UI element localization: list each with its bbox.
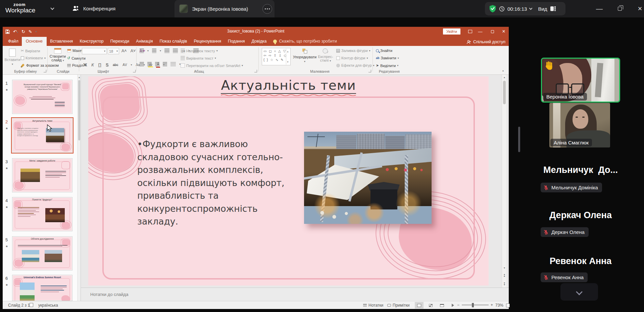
drawing-dialog-launcher[interactable]: [368, 70, 371, 72]
workspace-chevron-icon[interactable]: [50, 6, 54, 10]
reset-button[interactable]: ↺Скинути: [67, 56, 86, 60]
copy-button[interactable]: Копіювати▾: [21, 56, 46, 60]
paste-button[interactable]: Вставити▾: [5, 49, 19, 66]
scroll-down-icon[interactable]: ▾: [502, 265, 507, 270]
ribbon-display-options-button[interactable]: [465, 27, 475, 36]
align-center-button[interactable]: [147, 62, 152, 66]
participant-label-3[interactable]: Ревенок Анна: [541, 272, 588, 282]
bold-button[interactable]: Ж: [83, 63, 88, 67]
shape-fill-button[interactable]: Заливка фігури▾: [336, 49, 370, 53]
justify-button[interactable]: [163, 62, 167, 66]
zoom-out-button[interactable]: −: [457, 303, 459, 307]
add-remove-columns-button[interactable]: [170, 62, 176, 66]
font-size-select[interactable]: 18▾: [108, 48, 119, 54]
ppt-close-button[interactable]: ×: [499, 27, 509, 36]
tell-me-search[interactable]: Скажіть, що потрібно зробити: [270, 37, 340, 46]
sign-in-button[interactable]: Увійти: [443, 28, 460, 35]
more-participants-button[interactable]: [560, 283, 598, 301]
reading-view-button[interactable]: [438, 302, 446, 309]
thumbnail-slide-2[interactable]: Актуальність теми •Фудкорти є важливою с…: [12, 118, 72, 152]
find-button[interactable]: Знайти: [376, 49, 392, 53]
thumbnail-scrollbar[interactable]: ▴: [77, 75, 81, 301]
language-indicator[interactable]: українська: [38, 303, 58, 308]
tab-home[interactable]: Основне: [22, 37, 47, 46]
replace-button[interactable]: abЗамінити▾: [376, 56, 399, 60]
numbering-button[interactable]: [152, 49, 156, 53]
tab-insert[interactable]: Вставлення: [47, 37, 76, 46]
tab-view[interactable]: Подання: [225, 37, 248, 46]
text-direction-button[interactable]: Напрямок тексту▾: [181, 49, 218, 53]
format-painter-button[interactable]: Формат за зразком: [21, 63, 59, 67]
italic-button[interactable]: К: [91, 63, 94, 67]
zoom-slider-thumb[interactable]: [472, 303, 474, 307]
tab-shared-screen[interactable]: Экран (Вероніка Іовова): [175, 0, 275, 17]
quick-styles-button[interactable]: Експрес-стилі ▾: [317, 48, 334, 63]
slide-scrollbar-thumb[interactable]: [503, 81, 506, 104]
arrange-button[interactable]: Упорядкувати ▾: [293, 48, 316, 63]
comments-toggle[interactable]: Примітки: [387, 303, 409, 308]
slide-canvas[interactable]: Актуальність теми •Фудкорти є важливою с…: [88, 76, 489, 286]
align-right-button[interactable]: [155, 62, 159, 66]
tab-slideshow[interactable]: Показ слайдів: [156, 37, 191, 46]
thumbnail-slide-4[interactable]: Поняття "фудкорт": [12, 197, 72, 231]
tab-transitions[interactable]: Переходи: [107, 37, 133, 46]
zoom-minimize-button[interactable]: —: [592, 0, 607, 17]
video-tile-veronika[interactable]: Вероніка Іовова: [541, 58, 620, 103]
thumbnail-slide-3[interactable]: Мета і завдання роботи: [12, 158, 72, 192]
tab-help[interactable]: Довідка: [248, 37, 270, 46]
slideshow-button[interactable]: [448, 302, 457, 309]
security-shield-icon[interactable]: [489, 5, 496, 13]
timer-chevron-icon[interactable]: [529, 7, 533, 10]
zoom-restore-button[interactable]: [612, 0, 628, 17]
ppt-restore-button[interactable]: [487, 27, 497, 36]
zoom-percentage[interactable]: 73%: [495, 303, 503, 308]
convert-smartart-button[interactable]: Перетворити на об'єкт SmartArt▾: [181, 63, 243, 68]
font-name-select[interactable]: ▾: [82, 48, 107, 54]
align-text-button[interactable]: Вирівняти текст▾: [181, 56, 216, 60]
new-slide-button[interactable]: Створитислайд ▾: [49, 48, 66, 62]
thumbnail-slide-5[interactable]: Об'єкти дослідження: [12, 236, 72, 270]
video-tile-alina[interactable]: Аліна Смаглюк: [549, 103, 610, 147]
notes-pane[interactable]: Нотатки до слайда: [81, 288, 509, 301]
zoom-slider-track[interactable]: [462, 305, 489, 305]
meeting-timer[interactable]: 00:16:13: [507, 6, 527, 12]
spellcheck-icon[interactable]: [30, 303, 33, 308]
slide-scrollbar[interactable]: ▴ ▾ ▴▴ ▾▾: [502, 75, 506, 288]
shrink-font-button[interactable]: A˅: [130, 49, 137, 53]
slide-photo-foodcourt[interactable]: [304, 132, 432, 224]
shape-effects-button[interactable]: Ефекти для фігур▾: [336, 63, 375, 67]
slide-title[interactable]: Актуальність теми: [221, 78, 356, 94]
fit-slide-button[interactable]: [503, 302, 512, 309]
tab-meeting[interactable]: Конференция: [72, 4, 115, 12]
slide-number-indicator[interactable]: Слайд 2 з 12: [8, 303, 32, 308]
decrease-indent-button[interactable]: [164, 49, 169, 53]
character-spacing-button[interactable]: АV: [122, 63, 128, 67]
underline-button[interactable]: П: [98, 63, 102, 67]
next-slide-button[interactable]: ▾▾: [502, 282, 507, 286]
tab-animations[interactable]: Анімація: [133, 37, 156, 46]
select-button[interactable]: ➤Виділити▾: [376, 63, 398, 68]
align-left-button[interactable]: [140, 62, 144, 66]
zoom-in-button[interactable]: +: [491, 303, 493, 307]
notes-toggle[interactable]: Нотатки: [363, 303, 383, 308]
font-dialog-launcher[interactable]: [133, 70, 136, 72]
ppt-minimize-button[interactable]: —: [475, 27, 485, 36]
slide-body-text[interactable]: •Фудкорти є важливою складовою сучасних …: [137, 138, 300, 228]
normal-view-button[interactable]: [415, 302, 424, 309]
more-options-button[interactable]: [262, 4, 272, 14]
tab-review[interactable]: Рецензування: [190, 37, 224, 46]
view-button-label[interactable]: Вид: [538, 6, 547, 12]
participant-label-1[interactable]: Мельничук Домініка: [541, 183, 602, 192]
previous-slide-button[interactable]: ▴▴: [502, 273, 507, 277]
cut-button[interactable]: ✂Вирізати: [21, 49, 40, 53]
thumbnail-scrollbar-thumb[interactable]: [78, 80, 80, 140]
strikethrough-button[interactable]: abc: [112, 63, 119, 67]
thumbnail-slide-6[interactable]: Universal's Endless Summer Resort: [12, 275, 72, 301]
thumbnail-slide-1[interactable]: Відокремлений структурний підрозділ "Фах…: [12, 80, 72, 114]
collapse-ribbon-button[interactable]: ▴: [501, 68, 505, 73]
zoom-close-button[interactable]: ×: [632, 0, 644, 17]
shape-outline-button[interactable]: Контур фігури▾: [336, 56, 368, 60]
clipboard-dialog-launcher[interactable]: [44, 70, 46, 72]
participant-label-2[interactable]: Деркач Олена: [541, 227, 589, 237]
share-button[interactable]: Спільний доступ: [466, 40, 505, 44]
